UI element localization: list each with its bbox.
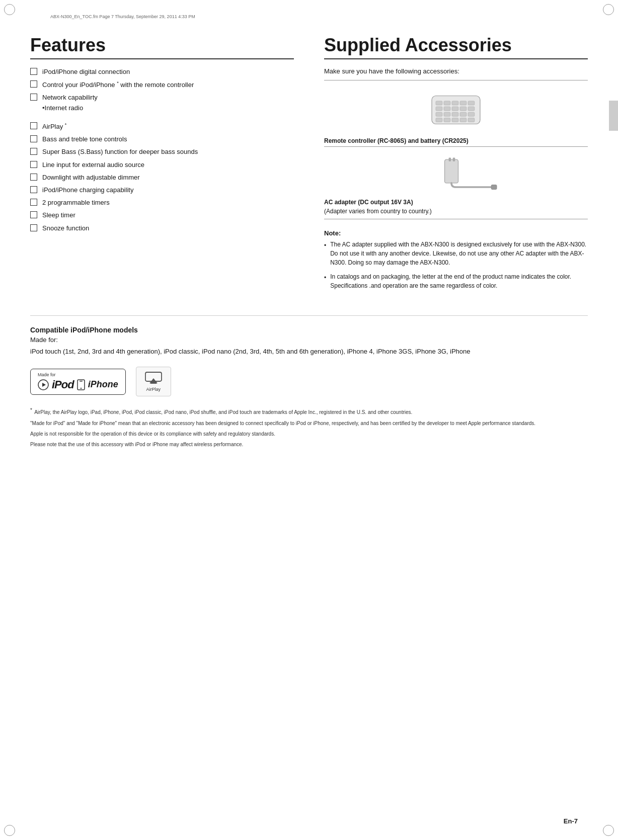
accessories-section: Supplied Accessories Make sure you have …	[324, 35, 588, 295]
page-number: En-7	[564, 817, 578, 825]
sidebar-mark	[609, 101, 618, 131]
main-layout: Features iPod/iPhone digital connection …	[30, 35, 588, 295]
checkbox-icon	[30, 186, 37, 193]
feature-text: iPod/iPhone charging capability	[42, 186, 133, 195]
file-info: ABX-N300_En_TOC.fm Page 7 Thursday, Sept…	[50, 14, 195, 19]
feature-text: AirPlay *	[42, 122, 66, 132]
feature-text: Network capabilirty	[42, 93, 98, 102]
page-container: ABX-N300_En_TOC.fm Page 7 Thursday, Sept…	[0, 0, 618, 840]
corner-circle-tl	[4, 4, 15, 15]
sub-list: Internet radio	[42, 104, 83, 116]
corner-circle-tr	[603, 4, 614, 15]
footnote-line4: Please note that the use of this accesso…	[30, 441, 588, 448]
compatible-models: iPod touch (1st, 2nd, 3rd and 4th genera…	[30, 347, 588, 357]
note-item: • In catalogs and on packaging, the lett…	[324, 272, 588, 290]
remote-controller-image	[416, 91, 496, 133]
footnote-marker: *	[30, 407, 32, 413]
footnote-text4: Please note that the use of this accesso…	[30, 442, 243, 447]
compatible-title: Compatible iPod/iPhone models	[30, 326, 588, 334]
svg-rect-9	[460, 107, 467, 111]
accessory-remote: Remote controller (RC-806S) and battery …	[324, 91, 588, 147]
ipod-text: iPod	[52, 378, 74, 391]
made-for-badge-label: Made for	[38, 372, 118, 377]
svg-rect-22	[449, 157, 451, 161]
ipod-icon	[38, 379, 49, 390]
svg-rect-20	[468, 118, 475, 122]
list-item: Line input for external audio source	[30, 160, 294, 170]
svg-rect-17	[444, 118, 450, 122]
acc-top-divider	[324, 80, 588, 80]
checkbox-icon	[30, 211, 37, 218]
checkbox-icon	[30, 80, 37, 88]
features-section: Features iPod/iPhone digital connection …	[30, 35, 294, 295]
checkbox-icon	[30, 122, 37, 129]
features-divider	[30, 58, 294, 59]
list-item: Super Bass (S.Bass) function for deeper …	[30, 147, 294, 156]
remote-divider	[324, 146, 588, 147]
accessory-adapter: AC adapter (DC output 16V 3A) (Adapter v…	[324, 157, 588, 219]
made-for-text: Made for:	[30, 336, 588, 344]
svg-rect-18	[452, 118, 458, 122]
checkbox-icon	[30, 199, 37, 206]
svg-rect-29	[80, 381, 83, 382]
iphone-icon	[77, 379, 85, 390]
svg-rect-24	[491, 185, 497, 189]
note-section: Note: • The AC adapter supplied with the…	[324, 229, 588, 290]
feature-text: Downlight with adjustable dimmer	[42, 173, 140, 182]
ac-adapter-image	[411, 157, 501, 195]
list-item: Bass and treble tone controls	[30, 135, 294, 144]
adapter-label: AC adapter (DC output 16V 3A)	[324, 199, 588, 206]
svg-rect-8	[452, 107, 458, 111]
feature-text: iPod/iPhone digital connection	[42, 67, 130, 76]
feature-text: Line input for external audio source	[42, 160, 144, 170]
note-item: • The AC adapter supplied with the ABX-N…	[324, 240, 588, 267]
airplay-badge: AirPlay	[136, 367, 171, 396]
feature-text: Control your iPod/iPhone * with the remo…	[42, 80, 194, 90]
svg-rect-19	[460, 118, 467, 122]
corner-circle-br	[603, 825, 614, 836]
corner-circle-bl	[4, 825, 15, 836]
accessories-title: Supplied Accessories	[324, 35, 588, 55]
note-bullet: •	[324, 241, 326, 250]
checkbox-icon	[30, 148, 37, 155]
list-item: iPod/iPhone digital connection	[30, 67, 294, 76]
svg-rect-10	[468, 107, 475, 111]
list-item: Network capabilirty Internet radio	[30, 93, 294, 118]
list-item: Snooze function	[30, 224, 294, 233]
svg-rect-6	[436, 107, 442, 111]
made-for-badge: Made for iPod	[30, 369, 126, 395]
svg-rect-1	[436, 101, 442, 105]
accessories-divider	[324, 58, 588, 59]
svg-rect-7	[444, 107, 450, 111]
svg-rect-2	[444, 101, 450, 105]
svg-rect-23	[453, 157, 455, 161]
checkbox-icon	[30, 174, 37, 181]
footnote-line2: "Made for iPod" and "Made for iPhone" me…	[30, 419, 588, 427]
features-title: Features	[30, 35, 294, 55]
iphone-text: iPhone	[88, 379, 118, 390]
feature-text: Super Bass (S.Bass) function for deeper …	[42, 147, 198, 156]
footnote-text2: "Made for iPod" and "Made for iPhone" me…	[30, 421, 535, 426]
svg-marker-26	[42, 383, 46, 387]
accessories-intro: Make sure you have the following accesso…	[324, 67, 588, 75]
airplay-label: AirPlay	[146, 387, 161, 392]
feature-text: Sleep timer	[42, 211, 75, 220]
svg-rect-12	[444, 112, 450, 116]
note-list: • The AC adapter supplied with the ABX-N…	[324, 240, 588, 290]
svg-rect-3	[452, 101, 458, 105]
checkbox-icon	[30, 68, 37, 75]
list-item: iPod/iPhone charging capability	[30, 186, 294, 195]
svg-rect-15	[468, 112, 475, 116]
feature-text: Bass and treble tone controls	[42, 135, 127, 144]
footnote-text1: AirPlay, the AirPlay logo, iPad, iPhone,…	[34, 410, 412, 415]
adapter-sublabel: (Adapter varies from country to country.…	[324, 208, 588, 215]
remote-label: Remote controller (RC-806S) and battery …	[324, 137, 588, 144]
list-item: Control your iPod/iPhone * with the remo…	[30, 80, 294, 90]
feature-text: Snooze function	[42, 224, 89, 233]
svg-rect-14	[460, 112, 467, 116]
features-list: iPod/iPhone digital connection Control y…	[30, 67, 294, 233]
sub-list-item: Internet radio	[42, 104, 83, 113]
svg-marker-31	[149, 378, 158, 383]
svg-rect-5	[468, 101, 475, 105]
svg-rect-16	[436, 118, 442, 122]
